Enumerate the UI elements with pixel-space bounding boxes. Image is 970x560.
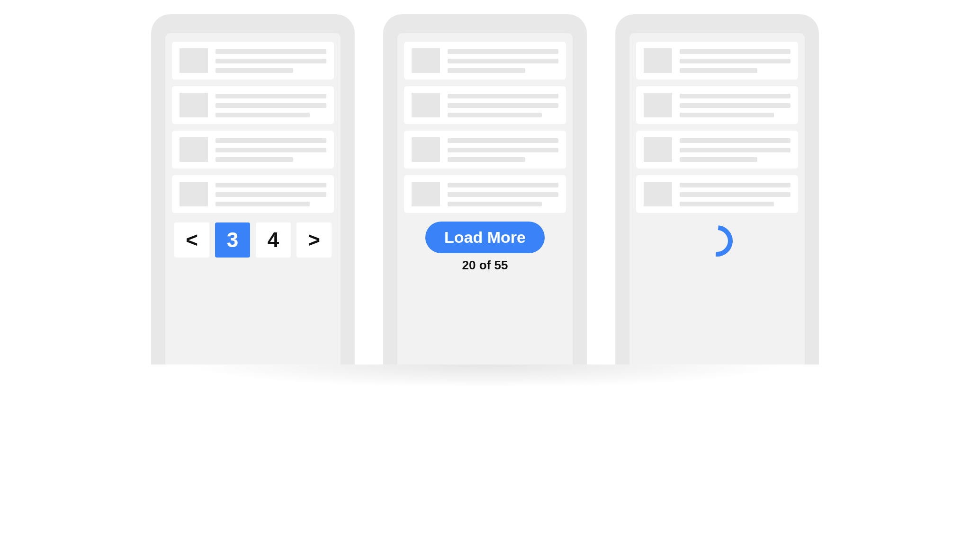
thumbnail-placeholder — [180, 182, 208, 206]
loading-indicator — [636, 225, 798, 257]
list-item — [636, 131, 798, 169]
device-load-more: Load More 20 of 55 — [383, 14, 587, 364]
pagination-page-3[interactable]: 3 — [215, 222, 250, 258]
screen — [629, 33, 805, 364]
load-more-section: Load More 20 of 55 — [404, 222, 566, 273]
device-pagination: < 3 4 > — [151, 14, 355, 364]
list-item — [404, 86, 566, 124]
device-infinite-scroll — [615, 14, 819, 364]
list-item — [172, 86, 334, 124]
text-placeholder — [448, 93, 558, 117]
thumbnail-placeholder — [644, 93, 672, 117]
list-item — [172, 175, 334, 213]
text-placeholder — [216, 137, 326, 162]
thumbnail-placeholder — [412, 182, 440, 206]
text-placeholder — [680, 48, 790, 73]
list-item — [636, 42, 798, 80]
screen: Load More 20 of 55 — [397, 33, 573, 364]
pagination-page-4[interactable]: 4 — [256, 222, 291, 258]
spinner-icon — [695, 219, 739, 263]
thumbnail-placeholder — [644, 182, 672, 206]
thumbnail-placeholder — [180, 137, 208, 162]
list-item — [404, 131, 566, 169]
thumbnail-placeholder — [180, 48, 208, 73]
text-placeholder — [680, 182, 790, 206]
text-placeholder — [448, 137, 558, 162]
pagination-bar: < 3 4 > — [172, 222, 334, 258]
thumbnail-placeholder — [412, 137, 440, 162]
list-item — [404, 42, 566, 80]
thumbnail-placeholder — [644, 48, 672, 73]
screen: < 3 4 > — [165, 33, 341, 364]
list-item — [172, 42, 334, 80]
list-item — [172, 131, 334, 169]
list-item — [636, 86, 798, 124]
pagination-next-button[interactable]: > — [296, 222, 332, 258]
list-item — [404, 175, 566, 213]
text-placeholder — [216, 93, 326, 117]
text-placeholder — [680, 137, 790, 162]
thumbnail-placeholder — [180, 93, 208, 117]
text-placeholder — [216, 182, 326, 206]
text-placeholder — [680, 93, 790, 117]
thumbnail-placeholder — [644, 137, 672, 162]
list-item — [636, 175, 798, 213]
thumbnail-placeholder — [412, 93, 440, 117]
text-placeholder — [216, 48, 326, 73]
load-more-button[interactable]: Load More — [425, 222, 545, 253]
text-placeholder — [448, 182, 558, 206]
thumbnail-placeholder — [412, 48, 440, 73]
load-more-count: 20 of 55 — [462, 258, 508, 273]
pagination-prev-button[interactable]: < — [174, 222, 209, 258]
ground-shadow — [0, 364, 970, 417]
text-placeholder — [448, 48, 558, 73]
diagram-stage: < 3 4 > — [0, 0, 970, 364]
